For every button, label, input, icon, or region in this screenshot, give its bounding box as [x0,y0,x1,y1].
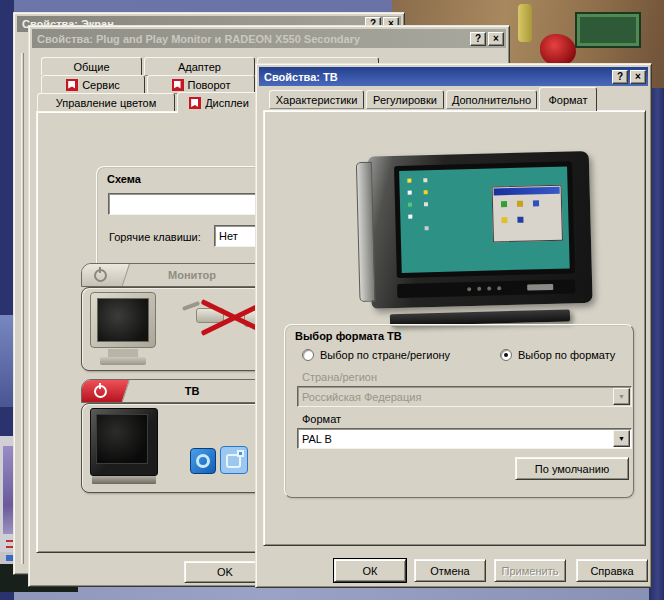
help-button[interactable]: Справка [576,559,648,582]
tv-controls-strip [397,279,575,298]
decor [501,217,507,223]
window-tv-properties: Свойства: ТВ ? × Характеристики Регулиро… [255,63,652,588]
svideo-connector-icon[interactable] [220,446,248,474]
tab-service[interactable]: Сервис [41,75,145,94]
dropdown-button[interactable]: ▼ [613,430,630,447]
titlebar-adapter-properties[interactable]: Свойства: Plug and Play Monitor и RADEON… [32,29,506,48]
titlebar-tv-properties[interactable]: Свойства: ТВ ? × [259,67,648,86]
decor [467,287,471,291]
tab-adjustments[interactable]: Регулировки [366,90,444,109]
composite-connector-icon[interactable] [190,448,216,474]
crt-monitor-image [90,292,156,366]
decor [517,201,523,207]
decor [497,286,501,290]
tab-advanced[interactable]: Дополнительно [446,90,537,109]
tab-label: Формат [548,94,587,106]
apply-button: Применить [494,559,566,582]
decor [501,201,507,207]
monitor-section-title: Монитор [132,269,252,281]
format-group-title: Выбор формата ТВ [295,330,402,342]
tv-screen [394,161,575,278]
ok-button-label: OK [217,566,233,578]
mini-window-titlebar [494,187,560,196]
close-button[interactable]: × [630,70,646,84]
window-title: Свойства: Plug and Play Monitor и RADEON… [37,33,360,45]
decor [408,203,412,207]
ok-button[interactable]: ОК [334,559,406,582]
help-button[interactable]: ? [612,70,628,84]
hotkeys-value: Нет [219,230,238,242]
decor [425,226,429,230]
help-button[interactable]: ? [470,32,486,46]
close-icon: × [635,72,641,82]
mascot-icon [540,34,576,66]
tab-general[interactable]: Общие [41,57,142,76]
format-value: PAL B [298,433,612,445]
mini-taskbar [402,270,575,278]
decor [196,454,210,468]
decor [487,287,491,291]
decor [21,53,24,564]
dropdown-arrow-icon: ▼ [618,393,625,400]
tab-label: Адаптер [178,61,221,73]
format-combobox[interactable]: PAL B ▼ [297,428,632,449]
tab-label: Сервис [82,79,120,91]
desktop: Свойства: Экран ? × Свойства: Plug and P… [0,0,664,600]
window-title: Свойства: ТВ [264,71,338,83]
tab-label: Общие [73,61,109,73]
monitor-base [100,357,146,365]
power-icon[interactable] [94,269,107,282]
format-label: Формат [302,413,341,425]
hotkeys-label: Горячие клавиши: [109,231,201,243]
tv-format-group: Выбор формата ТВ Выбор по стране/региону… [284,324,634,498]
dropdown-arrow-icon: ▼ [618,435,625,442]
ati-logo-icon [172,79,184,91]
ati-logo-icon [189,97,201,109]
country-combobox: Российская Федерация ▼ [297,386,632,407]
scheme-group-title: Схема [107,173,141,185]
tab-label: Дополнительно [452,94,531,106]
country-label: Страна/регион [302,371,377,383]
tab-label: Поворот [188,79,231,91]
radio-by-format-label[interactable]: Выбор по формату [518,349,615,361]
decor [533,200,539,206]
tab-adapter[interactable]: Адаптер [144,57,255,76]
radio-by-country-label[interactable]: Выбор по стране/региону [320,349,450,361]
decor [237,450,244,457]
decor [99,267,101,273]
close-button[interactable]: × [488,32,504,46]
tab-label: Управление цветом [56,97,157,109]
small-tv-image [90,408,158,488]
ati-logo-icon [66,79,78,91]
tab-format[interactable]: Формат [539,87,597,111]
power-icon[interactable] [94,385,107,398]
tab-label: Дисплеи [205,97,249,109]
decor [99,383,101,389]
tab-color-management[interactable]: Управление цветом [37,93,175,112]
help-icon: ? [475,34,481,44]
default-button[interactable]: По умолчанию [515,457,629,480]
decor [527,284,553,291]
tab-characteristics[interactable]: Характеристики [269,90,364,109]
cancel-button[interactable]: Отмена [414,559,486,582]
decor [423,178,427,182]
ok-button-label: ОК [363,565,378,577]
radio-by-format[interactable] [500,349,512,361]
tv-bottom-strip [92,476,156,484]
ok-button[interactable]: OK [184,561,266,583]
default-button-label: По умолчанию [535,463,609,475]
tv-side-panel [356,162,376,302]
tv-body [368,151,593,309]
decor [408,191,412,195]
decor [424,202,428,206]
tab-label: Характеристики [276,94,358,106]
decor [407,179,411,183]
cpu-chip [575,12,641,48]
apply-button-label: Применить [502,565,559,577]
monitor-neck [108,349,138,357]
radio-by-country[interactable] [302,349,314,361]
country-value: Российская Федерация [298,391,612,403]
help-button-label: Справка [590,565,633,577]
capacitor [518,4,532,42]
tab-displays[interactable]: Дисплеи [177,92,261,113]
